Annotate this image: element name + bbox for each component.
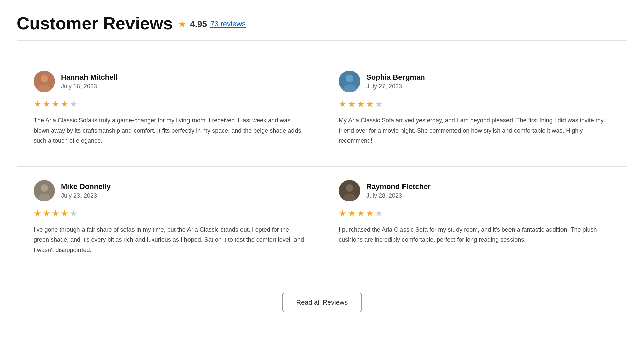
review-text: I purchased the Aria Classic Sofa for my…: [339, 225, 610, 245]
review-date: July 23, 2023: [61, 192, 111, 199]
review-date: July 16, 2023: [61, 83, 118, 90]
reviewer-header: Hannah Mitchell July 16, 2023: [34, 71, 305, 92]
review-card: Raymond Fletcher July 28, 2023 ★★★★★ I p…: [322, 167, 627, 276]
rating-score: 4.95: [190, 19, 207, 29]
star-filled-icon: ★: [61, 208, 68, 219]
star-filled-icon: ★: [348, 208, 356, 219]
review-text: My Aria Classic Sofa arrived yesterday, …: [339, 115, 610, 146]
avatar: [34, 71, 55, 92]
reviewer-header: Mike Donnelly July 23, 2023: [34, 180, 305, 201]
star-filled-icon: ★: [43, 99, 50, 109]
reviews-grid: Hannah Mitchell July 16, 2023 ★★★★★ The …: [17, 57, 627, 276]
page-title: Customer Reviews: [17, 13, 173, 34]
review-card: Sophia Bergman July 27, 2023 ★★★★★ My Ar…: [322, 57, 627, 167]
review-date: July 28, 2023: [366, 192, 431, 199]
reviewer-name: Raymond Fletcher: [366, 182, 431, 192]
read-all-container: Read all Reviews: [17, 276, 627, 326]
reviewer-name: Sophia Bergman: [366, 73, 425, 82]
star-rating: ★★★★★: [34, 99, 305, 109]
star-empty-icon: ★: [70, 99, 77, 109]
star-filled-icon: ★: [339, 208, 346, 219]
reviewer-info: Mike Donnelly July 23, 2023: [61, 182, 111, 199]
reviewer-name: Mike Donnelly: [61, 182, 111, 192]
star-filled-icon: ★: [357, 99, 365, 109]
avatar: [339, 180, 360, 201]
star-filled-icon: ★: [348, 99, 356, 109]
star-rating: ★★★★★: [34, 208, 305, 219]
svg-point-7: [41, 184, 48, 192]
rating-star-icon: ★: [178, 19, 186, 30]
star-rating: ★★★★★: [339, 208, 610, 219]
star-filled-icon: ★: [61, 99, 68, 109]
star-filled-icon: ★: [366, 208, 374, 219]
star-filled-icon: ★: [34, 208, 41, 219]
reviewer-header: Sophia Bergman July 27, 2023: [339, 71, 610, 92]
reviewer-name: Hannah Mitchell: [61, 73, 118, 82]
review-text: I've gone through a fair share of sofas …: [34, 225, 305, 255]
review-card: Mike Donnelly July 23, 2023 ★★★★★ I've g…: [17, 167, 322, 276]
review-count-link[interactable]: 73 reviews: [210, 20, 246, 28]
svg-point-4: [346, 75, 353, 82]
reviewer-info: Raymond Fletcher July 28, 2023: [366, 182, 431, 199]
star-filled-icon: ★: [52, 208, 59, 219]
star-filled-icon: ★: [357, 208, 365, 219]
star-filled-icon: ★: [52, 99, 59, 109]
star-empty-icon: ★: [375, 208, 383, 219]
avatar: [34, 180, 55, 201]
svg-point-10: [346, 184, 353, 192]
star-filled-icon: ★: [339, 99, 346, 109]
star-rating: ★★★★★: [339, 99, 610, 109]
star-filled-icon: ★: [366, 99, 374, 109]
page-header: Customer Reviews ★ 4.95 73 reviews: [17, 13, 627, 41]
avatar: [339, 71, 360, 92]
rating-summary: ★ 4.95 73 reviews: [178, 19, 246, 30]
review-date: July 27, 2023: [366, 83, 425, 90]
reviewer-header: Raymond Fletcher July 28, 2023: [339, 180, 610, 201]
read-all-reviews-button[interactable]: Read all Reviews: [282, 293, 362, 312]
review-card: Hannah Mitchell July 16, 2023 ★★★★★ The …: [17, 57, 322, 167]
star-filled-icon: ★: [43, 208, 50, 219]
reviewer-info: Sophia Bergman July 27, 2023: [366, 73, 425, 90]
star-filled-icon: ★: [34, 99, 41, 109]
star-empty-icon: ★: [70, 208, 77, 219]
page-container: Customer Reviews ★ 4.95 73 reviews Hanna…: [17, 13, 627, 326]
review-text: The Aria Classic Sofa is truly a game-ch…: [34, 115, 305, 146]
star-empty-icon: ★: [375, 99, 383, 109]
reviewer-info: Hannah Mitchell July 16, 2023: [61, 73, 118, 90]
svg-point-1: [41, 75, 48, 82]
